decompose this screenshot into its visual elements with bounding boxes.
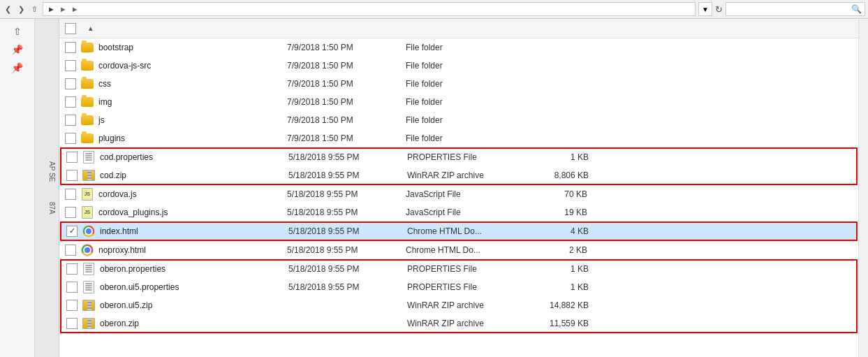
scrollbar[interactable] <box>858 19 868 357</box>
table-row[interactable]: css7/9/2018 1:50 PMFile folder <box>59 75 858 93</box>
search-submit-button[interactable]: 🔍 <box>851 4 862 14</box>
nav-back-button[interactable]: ❮ <box>3 5 13 14</box>
row-file-size: 1 KB <box>519 152 589 162</box>
highlight-group-2: oberon.properties5/18/2018 9:55 PMPROPER… <box>61 260 857 333</box>
row-file-name: img <box>98 97 287 107</box>
row-file-type: File folder <box>406 133 517 143</box>
row-file-name: oberon.properties <box>100 264 288 274</box>
row-checkbox[interactable] <box>66 318 78 329</box>
row-checkbox[interactable] <box>65 189 76 200</box>
table-row[interactable]: cod.zip5/18/2018 9:55 PMWinRAR ZIP archi… <box>61 166 857 184</box>
row-date-modified: 5/18/2018 9:55 PM <box>287 207 406 217</box>
row-date-modified: 7/9/2018 1:50 PM <box>287 43 406 52</box>
table-row[interactable]: oberon.zipWinRAR ZIP archive11,559 KB <box>61 314 857 333</box>
folder-icon <box>80 59 94 73</box>
table-row[interactable]: oberon.ui5.properties5/18/2018 9:55 PMPR… <box>61 278 857 296</box>
toolbar-up-button[interactable]: ⇧ <box>12 24 23 38</box>
row-checkbox[interactable] <box>65 60 76 71</box>
table-row[interactable]: cod.properties5/18/2018 9:55 PMPROPERTIE… <box>61 148 857 166</box>
row-checkbox[interactable] <box>66 226 78 237</box>
side-label-1: AP SE <box>35 159 59 184</box>
row-date-modified: 5/18/2018 9:55 PM <box>288 152 407 162</box>
row-checkbox[interactable] <box>65 78 76 89</box>
row-file-size: 4 KB <box>519 226 589 236</box>
search-input[interactable] <box>732 5 848 13</box>
toolbar-pin2-button[interactable]: 📌 <box>10 61 24 75</box>
row-file-type: JavaScript File <box>406 207 517 217</box>
row-date-modified: 7/9/2018 1:50 PM <box>287 97 406 107</box>
winrar-icon <box>82 316 96 330</box>
row-checkbox[interactable] <box>66 152 78 163</box>
row-file-name: js <box>98 115 287 125</box>
address-dropdown-button[interactable]: ▼ <box>698 2 712 16</box>
row-date-modified: 7/9/2018 1:50 PM <box>287 79 406 89</box>
row-file-type: WinRAR ZIP archive <box>407 170 519 180</box>
side-label-2: 87A <box>35 199 59 217</box>
row-file-type: PROPERTIES File <box>407 282 519 292</box>
row-file-type: Chrome HTML Do... <box>407 226 519 236</box>
highlight-group-1: cod.properties5/18/2018 9:55 PMPROPERTIE… <box>61 148 857 184</box>
row-file-type: File folder <box>406 97 517 107</box>
nav-up-button[interactable]: ⇧ <box>29 5 40 14</box>
table-row[interactable]: oberon.ui5.zipWinRAR ZIP archive14,882 K… <box>61 296 857 314</box>
table-row[interactable]: cordova-js-src7/9/2018 1:50 PMFile folde… <box>59 57 858 75</box>
row-file-name: oberon.zip <box>100 319 288 328</box>
row-checkbox[interactable] <box>66 170 78 181</box>
row-file-size: 1 KB <box>519 264 589 274</box>
table-row[interactable]: noproxy.html5/18/2018 9:55 PMChrome HTML… <box>59 241 858 259</box>
breadcrumb[interactable]: ► ► ► <box>43 2 696 16</box>
col-header-name[interactable]: ▴ <box>65 23 281 34</box>
row-date-modified: 7/9/2018 1:50 PM <box>287 115 406 125</box>
folder-icon <box>80 77 94 91</box>
row-file-size: 2 KB <box>517 245 587 255</box>
row-file-name: cordova.js <box>98 189 287 199</box>
row-date-modified: 7/9/2018 1:50 PM <box>287 61 406 71</box>
address-refresh-button[interactable]: ↻ <box>715 4 723 15</box>
folder-icon <box>80 131 94 145</box>
row-checkbox[interactable] <box>65 133 76 144</box>
row-checkbox[interactable] <box>65 245 76 256</box>
file-list[interactable]: bootstrap7/9/2018 1:50 PMFile foldercord… <box>59 38 858 357</box>
props-icon <box>82 280 96 294</box>
table-row[interactable]: oberon.properties5/18/2018 9:55 PMPROPER… <box>61 260 857 278</box>
table-row[interactable]: index.html5/18/2018 9:55 PMChrome HTML D… <box>61 222 857 240</box>
left-toolbar: ⇧ 📌 📌 <box>0 19 35 357</box>
nav-forward-button[interactable]: ❯ <box>16 5 27 14</box>
row-file-name: cordova-js-src <box>98 61 287 71</box>
row-date-modified: 5/18/2018 9:55 PM <box>288 226 407 236</box>
row-date-modified: 5/18/2018 9:55 PM <box>287 189 406 199</box>
row-checkbox[interactable] <box>66 282 78 293</box>
address-bar: ❮ ❯ ⇧ ► ► ► ▼ ↻ 🔍 <box>0 0 868 19</box>
row-checkbox[interactable] <box>65 115 76 126</box>
row-date-modified: 5/18/2018 9:55 PM <box>288 264 407 274</box>
table-row[interactable]: plugins7/9/2018 1:50 PMFile folder <box>59 129 858 147</box>
row-checkbox[interactable] <box>66 263 78 275</box>
side-labels-panel: AP SE 87A <box>35 19 59 357</box>
sort-arrow-name: ▴ <box>89 24 92 32</box>
row-file-name: css <box>98 79 287 89</box>
row-checkbox[interactable] <box>65 42 76 53</box>
table-row[interactable]: js7/9/2018 1:50 PMFile folder <box>59 111 858 129</box>
row-file-type: PROPERTIES File <box>407 152 519 162</box>
toolbar-pin-button[interactable]: 📌 <box>10 43 24 57</box>
address-right-controls: ▼ ↻ <box>698 2 723 16</box>
search-box[interactable]: 🔍 <box>726 2 865 16</box>
header-checkbox[interactable] <box>65 23 76 34</box>
row-checkbox[interactable] <box>65 96 76 108</box>
row-checkbox[interactable] <box>66 300 78 311</box>
column-header-row: ▴ <box>59 19 858 38</box>
table-row[interactable]: bootstrap7/9/2018 1:50 PMFile folder <box>59 38 858 57</box>
table-row[interactable]: img7/9/2018 1:50 PMFile folder <box>59 93 858 111</box>
table-row[interactable]: JScordova_plugins.js5/18/2018 9:55 PMJav… <box>59 203 858 221</box>
row-file-type: Chrome HTML Do... <box>406 245 517 255</box>
row-file-name: index.html <box>100 226 288 236</box>
row-file-type: File folder <box>406 115 517 125</box>
row-file-size: 8,806 KB <box>519 170 589 180</box>
row-checkbox[interactable] <box>65 207 76 218</box>
chrome-icon <box>80 243 94 257</box>
js-icon: JS <box>80 205 94 219</box>
row-file-name: plugins <box>98 133 287 143</box>
row-file-type: JavaScript File <box>406 189 517 199</box>
table-row[interactable]: JScordova.js5/18/2018 9:55 PMJavaScript … <box>59 185 858 203</box>
row-file-name: cod.zip <box>100 170 288 180</box>
